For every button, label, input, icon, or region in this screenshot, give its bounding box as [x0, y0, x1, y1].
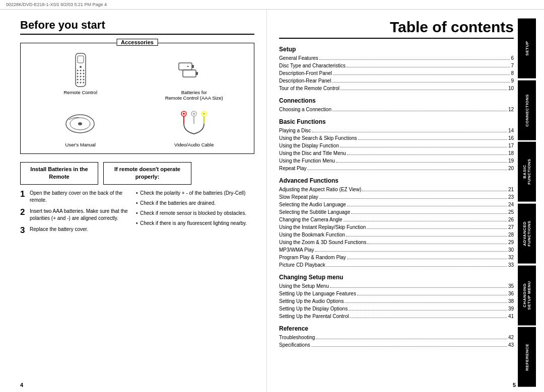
toc-item-label: Specifications — [279, 341, 310, 349]
tab-basic-functions: BASICFUNCTIONS — [518, 142, 536, 202]
toc-dots — [319, 198, 507, 199]
toc-item: Description-Front Panel8 — [279, 69, 514, 77]
svg-rect-18 — [179, 63, 192, 70]
toc-dots — [347, 259, 507, 259]
svg-point-31 — [193, 113, 195, 115]
toc-page-number: 38 — [508, 297, 514, 305]
toc-dots — [347, 154, 507, 155]
toc-item: Setting Up the Display Options39 — [279, 305, 514, 312]
toc-item-label: Setting Up the Display Options — [279, 305, 348, 312]
toc-dots — [340, 147, 507, 147]
svg-point-15 — [77, 82, 78, 84]
toc-item-label: Setting Up the Audio Options — [279, 297, 344, 305]
toc-dots — [344, 221, 507, 221]
toc-section: Advanced FunctionsAdjusting the Aspect R… — [279, 177, 514, 269]
toc-dots — [357, 295, 507, 295]
toc-page-number: 30 — [508, 246, 514, 254]
svg-point-7 — [83, 73, 84, 74]
toc-section: Changing Setup menuUsing the Setup Menu3… — [279, 274, 514, 320]
toc-item: Repeat Play20 — [279, 165, 514, 172]
toc-dots — [307, 170, 507, 170]
toc-item: Setting Up the Audio Options38 — [279, 297, 514, 305]
toc-item: Using the Search & Skip Functions16 — [279, 134, 514, 142]
toc-dots — [349, 310, 507, 310]
toc-page-number: 21 — [508, 186, 514, 193]
toc-page-number: 18 — [508, 149, 514, 157]
toc-page-number: 19 — [508, 157, 514, 165]
toc-section: ConnectionsChoosing a Connection12 — [279, 97, 514, 113]
svg-point-13 — [83, 79, 84, 81]
toc-page-number: 16 — [508, 134, 514, 142]
svg-point-17 — [80, 82, 81, 84]
toc-page-number: 36 — [508, 290, 514, 297]
bullet-list: Check the polarity + - of the batteries … — [136, 190, 254, 227]
toc-page-number: 26 — [508, 216, 514, 223]
svg-point-26 — [78, 122, 82, 125]
install-box-text: Install Batteries in the Remote — [30, 166, 88, 180]
step-1: 1 Open the battery cover on the back of … — [20, 190, 131, 204]
toc-item: Tour of the Remote Control10 — [279, 85, 514, 92]
svg-point-12 — [77, 79, 78, 81]
instructions-row: Install Batteries in the Remote If remot… — [20, 162, 254, 185]
toc-item-label: Using the Zoom & 3D Sound Functions — [279, 239, 366, 246]
toc-section: ReferenceTroubleshooting42Specifications… — [279, 325, 514, 349]
toc-item: Troubleshooting42 — [279, 334, 514, 341]
toc-dots — [336, 162, 507, 163]
bullet-2: Check if the batteries are drained. — [136, 200, 254, 207]
toc-item: Choosing a Connection12 — [279, 106, 514, 113]
toc-item-label: MP3/WMA Play — [279, 246, 314, 254]
steps-right: Check the polarity + - of the batteries … — [136, 190, 254, 240]
svg-point-3 — [77, 70, 78, 71]
right-page-wrapper: Table of contents SetupGeneral Features6… — [267, 10, 544, 392]
bullet-4: Check if there is any fluorescent lighti… — [136, 220, 254, 227]
toc-dots — [330, 287, 507, 288]
toc-item-label: Using the Bookmark Function — [279, 231, 345, 239]
toc-item-label: Setting Up the Parental Control — [279, 312, 349, 320]
toc-page-number: 9 — [511, 77, 514, 85]
toc-dots — [316, 339, 507, 339]
header-text: 00228K/DVD-E218-1-XSS 9/2/03 5:21 PM Pag… — [6, 2, 107, 7]
toc-dots — [312, 132, 507, 132]
toc-page-number: 25 — [508, 208, 514, 216]
step-1-text: Open the battery cover on the back of th… — [30, 190, 131, 204]
toc-page-number: 24 — [508, 201, 514, 208]
step-3-number: 3 — [20, 226, 27, 236]
toc-dots — [319, 59, 510, 60]
accessories-grid: Remote Control — [26, 52, 249, 147]
toc-page-number: 27 — [508, 223, 514, 231]
toc-dots — [367, 244, 507, 244]
sidebar-tabs: SETUP CONNECTIONS BASICFUNCTIONS ADVANCE… — [518, 19, 536, 387]
toc-item: Using the Disc and Title Menu18 — [279, 149, 514, 157]
toc-item: MP3/WMA Play30 — [279, 246, 514, 254]
step-3: 3 Replace the battery cover. — [20, 226, 131, 236]
svg-point-2 — [80, 66, 82, 68]
toc-item: Using the Setup Menu35 — [279, 282, 514, 290]
toc-item-label: Playing a Disc — [279, 127, 311, 134]
toc-item-label: Slow Repeat play — [279, 193, 318, 201]
toc-content: Table of contents SetupGeneral Features6… — [279, 19, 514, 387]
cable-label: Video/Audio Cable — [174, 142, 214, 147]
toc-section-title: Basic Functions — [279, 118, 514, 125]
toc-page-number: 43 — [508, 341, 514, 349]
toc-page-number: 10 — [508, 85, 514, 92]
toc-dots — [345, 302, 507, 303]
tab-changing-setup: CHANGINGSETUP MENU — [518, 266, 536, 326]
toc-item: Specifications43 — [279, 341, 514, 349]
toc-item: Disc Type and Characteristics7 — [279, 62, 514, 69]
toc-item: Setting Up the Parental Control41 — [279, 312, 514, 320]
accessory-remote: Remote Control — [26, 52, 135, 101]
manual-label: User's Manual — [65, 142, 96, 147]
accessories-box: Accessories — [20, 43, 254, 154]
toc-dots — [358, 139, 507, 140]
toc-item-label: Setting Up the Language Features — [279, 290, 356, 297]
svg-point-6 — [77, 73, 78, 74]
toc-page-number: 41 — [508, 312, 514, 320]
toc-dots — [326, 266, 507, 267]
accessories-label: Accessories — [116, 39, 158, 46]
toc-item: Program Play & Random Play32 — [279, 254, 514, 261]
toc-page-number: 35 — [508, 282, 514, 290]
toc-item: Description-Rear Panel9 — [279, 77, 514, 85]
svg-point-5 — [80, 70, 81, 71]
toc-item: Selecting the Subtitle Language25 — [279, 208, 514, 216]
pages-container: Before you start Accessories — [0, 10, 544, 392]
